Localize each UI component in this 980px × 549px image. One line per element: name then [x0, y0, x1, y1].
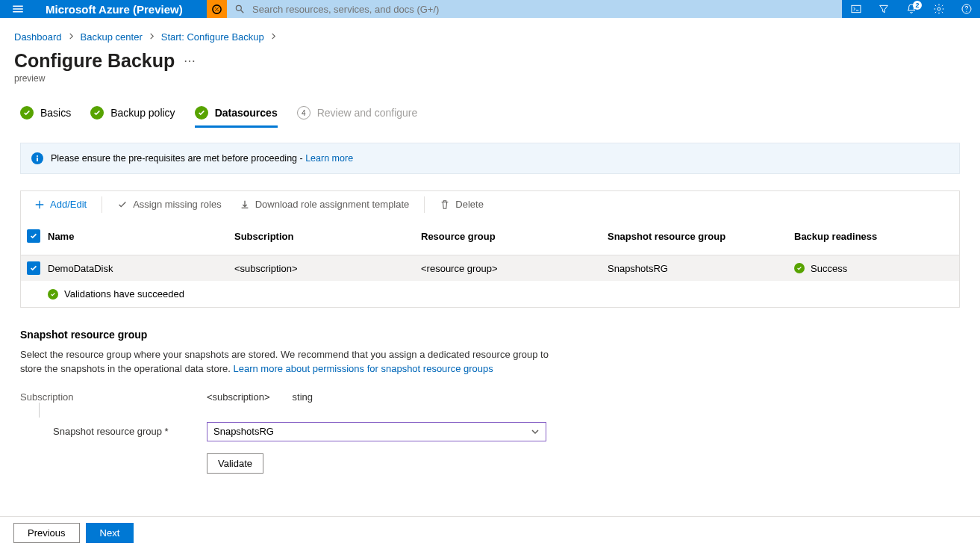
- check-icon: [117, 199, 128, 210]
- section-heading: Snapshot resource group: [20, 329, 960, 341]
- more-button[interactable]: ⋯: [184, 54, 196, 68]
- col-readiness: Backup readiness: [794, 225, 959, 248]
- preview-icon: [211, 4, 222, 15]
- success-icon: [794, 263, 805, 273]
- select-all-checkbox[interactable]: [27, 229, 40, 243]
- check-icon: [195, 106, 208, 120]
- notification-count-badge: 2: [913, 1, 922, 10]
- subscription-extra: sting: [293, 391, 313, 403]
- cell-readiness: Success: [794, 257, 959, 280]
- validate-button[interactable]: Validate: [207, 453, 263, 474]
- brand-text: Microsoft Azure (Preview): [35, 0, 207, 18]
- gear-icon: [933, 3, 945, 15]
- svg-rect-3: [852, 5, 861, 12]
- info-banner: Please ensure the pre-requisites are met…: [20, 143, 960, 174]
- menu-icon: [11, 2, 25, 16]
- notifications-button[interactable]: 2: [897, 0, 925, 18]
- subscription-value: <subscription>: [207, 391, 270, 403]
- table-header: Name Subscription Resource group Snapsho…: [21, 217, 959, 255]
- search-input[interactable]: [252, 4, 834, 15]
- settings-button[interactable]: [925, 0, 952, 18]
- cloud-shell-icon: [850, 3, 862, 15]
- wizard-footer: Previous Next: [0, 516, 980, 549]
- help-button[interactable]: [952, 0, 980, 18]
- chevron-right-icon: [149, 33, 155, 41]
- previous-button[interactable]: Previous: [13, 523, 80, 543]
- download-template-button[interactable]: Download role assignment template: [232, 196, 417, 213]
- tree-connector: [39, 403, 960, 418]
- step-label: Basics: [40, 107, 71, 119]
- chevron-right-icon: [68, 33, 75, 41]
- col-snapshot-rg: Snapshot resource group: [608, 225, 794, 248]
- validation-status-text: Validations have succeeded: [64, 288, 184, 300]
- breadcrumb-dashboard[interactable]: Dashboard: [14, 31, 62, 43]
- hamburger-menu[interactable]: [0, 0, 35, 18]
- toolbar-label: Assign missing roles: [133, 199, 222, 210]
- cell-resource-group: <resource group>: [421, 257, 608, 280]
- permissions-learn-more-link[interactable]: Learn more about permissions for snapsho…: [233, 363, 493, 374]
- table-footer: Validations have succeeded: [21, 281, 959, 307]
- snapshot-rg-select[interactable]: SnapshotsRG: [207, 422, 546, 441]
- search-bar[interactable]: [227, 0, 842, 18]
- preview-badge[interactable]: [207, 0, 227, 18]
- breadcrumb-backup-center[interactable]: Backup center: [81, 31, 143, 43]
- step-backup-policy[interactable]: Backup policy: [90, 106, 175, 128]
- directory-filter-button[interactable]: [870, 0, 897, 18]
- step-review[interactable]: 4 Review and configure: [297, 106, 418, 128]
- step-datasources[interactable]: Datasources: [195, 106, 278, 128]
- svg-point-6: [966, 11, 967, 12]
- cell-subscription: <subscription>: [234, 257, 421, 280]
- cell-snapshot-rg: SnapshotsRG: [608, 257, 794, 280]
- assign-roles-button[interactable]: Assign missing roles: [110, 196, 229, 213]
- breadcrumb-configure-backup[interactable]: Start: Configure Backup: [161, 31, 264, 43]
- page-title: Configure Backup: [14, 50, 175, 72]
- snapshot-section: Snapshot resource group Select the resou…: [20, 329, 960, 474]
- info-icon: [31, 152, 43, 164]
- cloud-shell-button[interactable]: [842, 0, 870, 18]
- toolbar-label: Add/Edit: [50, 199, 87, 210]
- plus-icon: [34, 199, 45, 210]
- step-basics[interactable]: Basics: [20, 106, 71, 128]
- step-label: Backup policy: [110, 107, 175, 119]
- check-icon: [90, 106, 104, 120]
- step-label: Datasources: [215, 107, 278, 119]
- col-subscription: Subscription: [234, 225, 421, 248]
- chevron-right-icon: [270, 33, 277, 41]
- svg-point-7: [37, 155, 38, 157]
- col-name: Name: [48, 225, 234, 248]
- table-row[interactable]: DemoDataDisk <subscription> <resource gr…: [21, 255, 959, 281]
- search-icon: [234, 4, 245, 14]
- step-number-icon: 4: [297, 106, 310, 120]
- toolbar: Add/Edit Assign missing roles Download r…: [20, 190, 960, 217]
- next-button[interactable]: Next: [86, 523, 134, 543]
- help-icon: [961, 3, 973, 15]
- cell-name: DemoDataDisk: [48, 257, 234, 280]
- toolbar-label: Download role assignment template: [255, 199, 410, 210]
- success-icon: [48, 289, 58, 300]
- snapshot-form: Subscription <subscription> sting Snapsh…: [20, 391, 960, 474]
- separator: [424, 196, 425, 213]
- svg-point-4: [937, 7, 940, 10]
- banner-learn-more-link[interactable]: Learn more: [305, 153, 353, 164]
- banner-text: Please ensure the pre-requisites are met…: [51, 153, 305, 164]
- separator: [102, 196, 102, 213]
- snapshot-rg-label: Snapshot resource group *: [20, 426, 207, 437]
- download-icon: [240, 199, 250, 210]
- add-edit-button[interactable]: Add/Edit: [27, 196, 94, 213]
- breadcrumb: Dashboard Backup center Start: Configure…: [0, 18, 980, 43]
- datasource-table: Name Subscription Resource group Snapsho…: [20, 217, 960, 308]
- filter-icon: [878, 3, 890, 15]
- svg-rect-8: [37, 158, 38, 161]
- row-checkbox[interactable]: [27, 261, 40, 275]
- col-resource-group: Resource group: [421, 225, 608, 248]
- delete-button[interactable]: Delete: [432, 196, 491, 213]
- trash-icon: [440, 199, 450, 210]
- topbar-right: 2: [842, 0, 980, 18]
- subscription-label: Subscription: [20, 391, 207, 403]
- svg-point-1: [236, 5, 241, 10]
- select-value: SnapshotsRG: [213, 426, 274, 437]
- check-icon: [20, 106, 34, 120]
- toolbar-label: Delete: [455, 199, 484, 210]
- page-subtitle: preview: [0, 72, 980, 84]
- svg-line-2: [241, 10, 244, 13]
